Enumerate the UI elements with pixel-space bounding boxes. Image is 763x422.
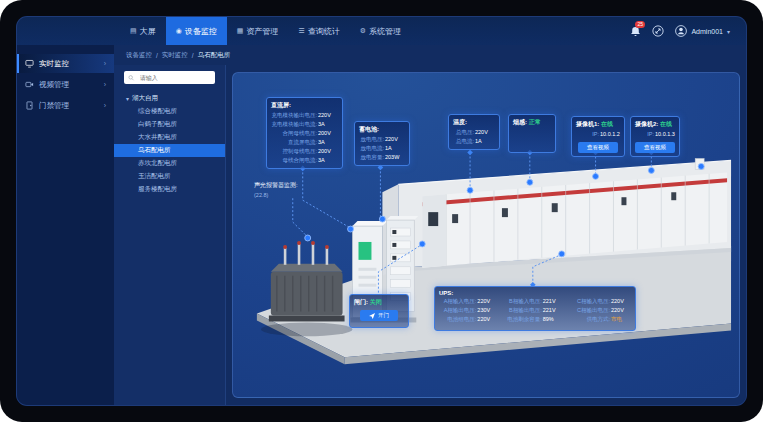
tree-item-station[interactable]: 服务楼配电房 xyxy=(114,183,225,196)
breadcrumb-item[interactable]: 实时监控 xyxy=(162,51,188,60)
ups-panel: UPS: A相输入电压220V B相输入电压221V C相输入电压220V A相… xyxy=(434,286,636,331)
panel-title: 直流屏: xyxy=(271,101,338,110)
username: Admin001 xyxy=(691,28,723,35)
tree-search[interactable] xyxy=(124,71,215,84)
tree-group-node[interactable]: ▾ 湖大自用 xyxy=(114,92,225,105)
content-area: 设备监控 / 实时监控 / 乌石配电所 ▾ 湖大自用 xyxy=(114,45,746,405)
panel-title: 烟感: xyxy=(513,119,527,125)
query-icon: ☰ xyxy=(298,27,304,35)
avatar xyxy=(675,25,687,37)
navbar-right: 25 Admin001 ▾ xyxy=(630,17,746,45)
chevron-right-icon: › xyxy=(104,60,106,67)
smoke-sensor-panel: 烟感: 正常 xyxy=(508,114,556,153)
alarm-monitor-label: 声光报警器监测: (22.8) xyxy=(254,181,298,198)
tab-query-stats[interactable]: ☰ 查询统计 xyxy=(288,17,349,45)
tree-item-station[interactable]: 大水井配电所 xyxy=(114,131,225,144)
panel-title: 温度: xyxy=(453,118,495,127)
tree-item-label: 综合楼配电所 xyxy=(138,107,177,116)
battery-panel: 蓄电池: 放电电压220V 放电电流1A 放电容量203W xyxy=(354,121,410,166)
panel-title: 摄像机2: xyxy=(635,121,658,127)
tree-item-label: 服务楼配电房 xyxy=(138,185,177,194)
fullscreen-button[interactable] xyxy=(652,25,664,37)
station-tree-panel: ▾ 湖大自用 综合楼配电所 白鹤子配电所 大水井配电所 乌石配电所 赤坎北配电所… xyxy=(114,65,226,405)
chevron-right-icon: › xyxy=(104,102,106,109)
send-icon xyxy=(369,313,375,319)
alarm-label: 声光报警器监测: xyxy=(254,181,298,190)
tree-item-label: 玉洁配电所 xyxy=(138,172,171,181)
tree-item-label: 乌石配电所 xyxy=(138,146,171,155)
gate-label: 闸门 xyxy=(354,299,366,305)
tab-label: 系统管理 xyxy=(369,26,401,37)
bigscreen-icon: ▤ xyxy=(130,27,137,35)
sidebar-label: 实时监控 xyxy=(39,59,69,69)
alarm-value: (22.8) xyxy=(254,192,298,198)
fullscreen-icon xyxy=(652,25,664,37)
breadcrumb-sep: / xyxy=(192,52,194,59)
left-sidebar: 实时监控 › 视频管理 › 门禁管理 › xyxy=(17,45,114,405)
tab-system-mgmt[interactable]: ⚙ 系统管理 xyxy=(350,17,411,45)
tree-item-station[interactable]: 赤坎北配电所 xyxy=(114,157,225,170)
tab-label: 大屏 xyxy=(140,26,156,37)
notifications-button[interactable]: 25 xyxy=(630,26,641,37)
sidebar-label: 门禁管理 xyxy=(39,101,69,111)
tab-device-monitor[interactable]: ◉ 设备监控 xyxy=(166,17,227,45)
tab-label: 资产管理 xyxy=(246,26,278,37)
chevron-right-icon: › xyxy=(104,81,106,88)
power-room-3d-view: 直流屏: 充电模块输出电压220V 充电模块输出电流3A 合闸母线电压200V … xyxy=(232,72,740,398)
chevron-down-icon: ▾ xyxy=(727,28,730,35)
open-gate-button[interactable]: 开门 xyxy=(360,310,398,321)
tab-label: 设备监控 xyxy=(185,26,217,37)
button-label: 查看视频 xyxy=(587,144,609,151)
breadcrumb-item[interactable]: 设备监控 xyxy=(126,51,152,60)
monitor-icon xyxy=(25,59,34,68)
search-icon xyxy=(128,74,135,82)
notification-badge: 25 xyxy=(635,21,645,28)
gate-status: 关闭 xyxy=(370,299,382,305)
camera2-panel: 摄像机2: 在线 IP10.0.1.3 查看视频 xyxy=(630,116,680,157)
panel-title: 蓄电池: xyxy=(359,125,405,134)
gate-panel: 闸门: 关闭 开门 xyxy=(349,294,409,328)
device-frame: ▤ 大屏 ◉ 设备监控 ▦ 资产管理 ☰ 查询统计 ⚙ 系统管理 xyxy=(0,0,763,422)
breadcrumb: 设备监控 / 实时监控 / 乌石配电所 xyxy=(114,45,746,65)
camera1-panel: 摄像机1: 在线 IP10.0.1.2 查看视频 xyxy=(571,116,625,157)
button-label: 查看视频 xyxy=(644,144,666,151)
top-navbar: ▤ 大屏 ◉ 设备监控 ▦ 资产管理 ☰ 查询统计 ⚙ 系统管理 xyxy=(17,17,746,45)
video-camera-icon xyxy=(25,80,34,89)
tree-group-label: 湖大自用 xyxy=(132,94,158,103)
dc-screen-panel: 直流屏: 充电模块输出电压220V 充电模块输出电流3A 合闸母线电压200V … xyxy=(266,97,343,169)
meter-panel: 温度: 总电压220V 总电流1A xyxy=(448,114,500,150)
sidebar-label: 视频管理 xyxy=(39,80,69,90)
app-window: ▤ 大屏 ◉ 设备监控 ▦ 资产管理 ☰ 查询统计 ⚙ 系统管理 xyxy=(17,17,746,405)
caret-down-icon: ▾ xyxy=(126,95,129,102)
tab-asset-mgmt[interactable]: ▦ 资产管理 xyxy=(227,17,289,45)
user-menu[interactable]: Admin001 ▾ xyxy=(675,25,730,37)
device-monitor-icon: ◉ xyxy=(176,27,182,35)
tree-item-station[interactable]: 白鹤子配电所 xyxy=(114,118,225,131)
tree-item-label: 赤坎北配电所 xyxy=(138,159,177,168)
camera-status: 在线 xyxy=(660,121,672,127)
tab-bigscreen[interactable]: ▤ 大屏 xyxy=(120,17,166,45)
system-icon: ⚙ xyxy=(360,27,366,35)
panel-title: UPS: xyxy=(439,290,631,296)
panel-title: 摄像机1: xyxy=(576,121,599,127)
view-video-button[interactable]: 查看视频 xyxy=(578,142,618,153)
tree-item-label: 大水井配电所 xyxy=(138,133,177,142)
asset-icon: ▦ xyxy=(237,27,244,35)
search-input[interactable] xyxy=(138,74,211,82)
view-video-button[interactable]: 查看视频 xyxy=(635,142,675,153)
ups-grid: A相输入电压220V B相输入电压221V C相输入电压220V A相输出电压2… xyxy=(439,297,631,324)
tree-item-station-selected[interactable]: 乌石配电所 xyxy=(114,144,225,157)
tree-item-station[interactable]: 综合楼配电所 xyxy=(114,105,225,118)
breadcrumb-current: 乌石配电所 xyxy=(198,51,231,60)
sidebar-item-realtime-monitor[interactable]: 实时监控 › xyxy=(17,54,114,73)
door-icon xyxy=(25,101,34,110)
sidebar-item-video-mgmt[interactable]: 视频管理 › xyxy=(17,75,114,94)
sidebar-item-access-control[interactable]: 门禁管理 › xyxy=(17,96,114,115)
tree-item-station[interactable]: 玉洁配电所 xyxy=(114,170,225,183)
smoke-status: 正常 xyxy=(529,119,541,125)
breadcrumb-sep: / xyxy=(156,52,158,59)
camera-status: 在线 xyxy=(601,121,613,127)
tree-item-label: 白鹤子配电所 xyxy=(138,120,177,129)
tab-label: 查询统计 xyxy=(308,26,340,37)
button-label: 开门 xyxy=(378,312,389,319)
